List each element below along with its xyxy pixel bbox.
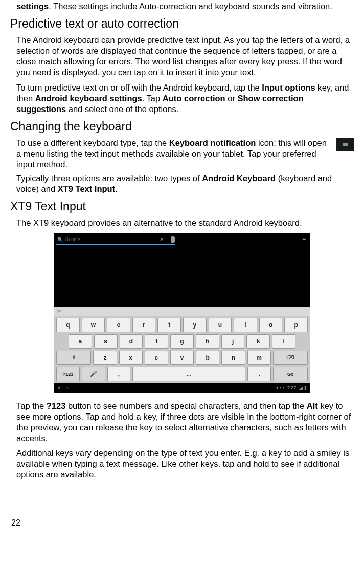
key-v[interactable]: v [170,351,194,365]
search-icon: 🔍 [57,237,63,242]
screenshot-top-area: 🔍 Google ✕ ≡ [54,233,310,307]
key-row-3: ⇧ z x c v b n m ⌫ [56,351,308,365]
bold-settings: settings [16,2,49,11]
predictive-p1: The Android keyboard can provide predict… [10,35,354,78]
key-r[interactable]: r [132,318,156,332]
key-q[interactable]: q [56,318,80,332]
key-row-2: a s d f g h j k l [56,334,308,349]
key-g[interactable]: g [170,334,194,349]
key-a[interactable]: a [69,334,92,349]
key-h[interactable]: h [196,334,219,349]
key-j[interactable]: j [221,334,245,349]
xt9-keyboard-screenshot: 🔍 Google ✕ ≡ ≫ q w e r t y u i o p [54,233,310,393]
key-u[interactable]: u [209,318,232,332]
suggestion-row: ≫ [54,307,310,316]
key-d[interactable]: d [120,334,143,349]
key-t[interactable]: t [157,318,181,332]
key-shift[interactable]: ⇧ [56,351,91,365]
key-space[interactable]: ⎵ [132,367,245,381]
page-number: 22 [10,518,354,538]
key-c[interactable]: c [145,351,168,365]
key-row-1: q w e r t y u i o p [56,318,308,332]
xt9-p2: Tap the ?123 button to see numbers and s… [10,401,354,444]
xt9-p1: The XT9 keyboard provides an alternative… [10,217,354,228]
nav-clock: 7:37 [287,385,297,390]
keyboard-area: q w e r t y u i o p a s d f g h j k l [54,316,310,383]
key-s[interactable]: s [94,334,118,349]
key-l[interactable]: l [272,334,295,349]
key-backspace[interactable]: ⌫ [273,351,308,365]
key-numbers[interactable]: ?123 [56,367,80,381]
heading-predictive: Predictive text or auto correction [10,17,354,31]
nav-signal-icon: ◢ ▮ [299,385,307,390]
key-m[interactable]: m [247,351,271,365]
key-i[interactable]: i [234,318,257,332]
key-p[interactable]: p [284,318,308,332]
key-row-4: ?123 🎤 , ⎵ . Go [56,367,308,381]
search-bar[interactable]: 🔍 Google ✕ [56,235,175,245]
predictive-p2: To turn predictive text on or off with t… [10,82,354,115]
nav-home-icon[interactable]: ⌂ [66,385,69,390]
heading-changing: Changing the keyboard [10,120,354,134]
key-k[interactable]: k [246,334,270,349]
heading-xt9: XT9 Text Input [10,200,354,213]
expand-icon[interactable]: ≫ [56,308,61,314]
key-f[interactable]: f [145,334,168,349]
key-b[interactable]: b [196,351,219,365]
menu-icon[interactable]: ≡ [302,236,306,243]
key-mic[interactable]: 🎤 [82,367,105,381]
footer-rule [10,516,354,516]
key-y[interactable]: y [183,318,207,332]
key-go[interactable]: Go [273,367,308,381]
key-comma[interactable]: , [107,367,131,381]
key-x[interactable]: x [119,351,143,365]
clear-icon[interactable]: ✕ [157,236,166,242]
key-e[interactable]: e [107,318,130,332]
search-placeholder: Google [65,236,155,242]
key-n[interactable]: n [221,351,245,365]
intro-paragraph: settings. These settings include Auto-co… [10,1,354,12]
nav-status-icons: ▾ ▪ ▪ [276,385,284,390]
key-period[interactable]: . [247,367,271,381]
mic-icon[interactable] [171,236,175,243]
changing-p1: To use a different keyboard type, tap th… [10,138,354,170]
key-o[interactable]: o [259,318,283,332]
key-z[interactable]: z [93,351,117,365]
keyboard-notification-icon [336,138,354,151]
xt9-p3: Additional keys vary depending on the ty… [10,448,354,480]
screenshot-navbar: ∨ ⌂ ▾ ▪ ▪ 7:37 ◢ ▮ [54,383,310,393]
nav-back-icon[interactable]: ∨ [57,385,61,390]
key-w[interactable]: w [82,318,105,332]
changing-p2: Typically three options are available: t… [10,173,354,194]
